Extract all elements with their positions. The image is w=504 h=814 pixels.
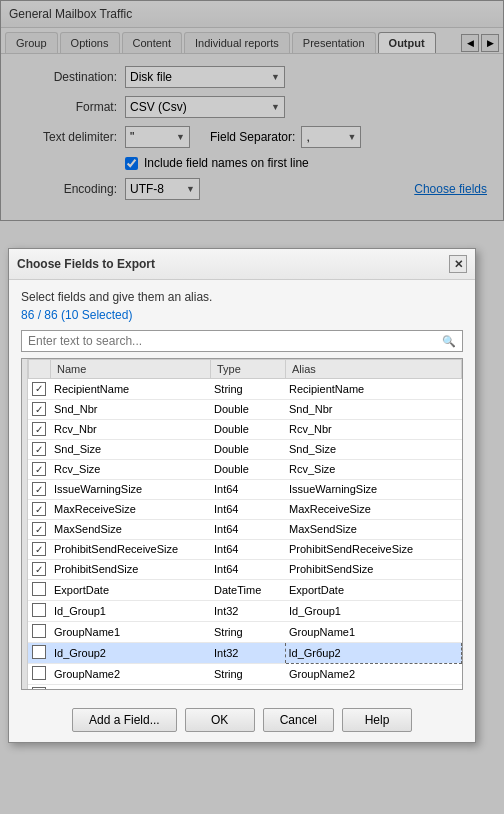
- row-alias: GroupName1: [285, 621, 462, 642]
- table-row[interactable]: Id_Group2Int32Id_Grбup2: [28, 642, 462, 663]
- row-alias: IssueWarningSize: [285, 479, 462, 499]
- row-alias: Rcv_Nbr: [285, 419, 462, 439]
- row-checkbox-cell[interactable]: [28, 684, 50, 689]
- table-row[interactable]: MaxSendSizeInt64MaxSendSize: [28, 519, 462, 539]
- dialog-title: Choose Fields to Export: [17, 257, 155, 271]
- dialog-title-bar: Choose Fields to Export ✕: [9, 249, 475, 280]
- row-type: Int32: [210, 642, 285, 663]
- row-alias: Id_Grбup2: [285, 642, 462, 663]
- row-checkbox-cell[interactable]: [28, 642, 50, 663]
- row-checkbox[interactable]: [32, 645, 46, 659]
- cancel-button[interactable]: Cancel: [263, 708, 334, 732]
- table-row[interactable]: Rcv_NbrDoubleRcv_Nbr: [28, 419, 462, 439]
- row-name: ProhibitSendSize: [50, 559, 210, 579]
- table-row[interactable]: Id_Group3Int32Id_Group3: [28, 684, 462, 689]
- row-type: String: [210, 379, 285, 399]
- field-table-container: Name Type Alias: [21, 358, 463, 690]
- row-checkbox[interactable]: [32, 422, 46, 436]
- row-checkbox-cell[interactable]: [28, 479, 50, 499]
- row-name: Id_Group3: [50, 684, 210, 689]
- count-value: 86 / 86: [21, 308, 58, 322]
- col-header-check: [29, 360, 51, 379]
- row-name: RecipientName: [50, 379, 210, 399]
- dialog-body: Select fields and give them an alias. 86…: [9, 280, 475, 700]
- row-checkbox-cell[interactable]: [28, 459, 50, 479]
- table-row[interactable]: ProhibitSendReceiveSizeInt64ProhibitSend…: [28, 539, 462, 559]
- row-name: GroupName1: [50, 621, 210, 642]
- row-checkbox[interactable]: [32, 687, 46, 690]
- table-row[interactable]: RecipientNameStringRecipientName: [28, 379, 462, 399]
- row-checkbox[interactable]: [32, 502, 46, 516]
- row-alias: ProhibitSendSize: [285, 559, 462, 579]
- row-alias: RecipientName: [285, 379, 462, 399]
- row-alias: ProhibitSendReceiveSize: [285, 539, 462, 559]
- dialog-description: Select fields and give them an alias.: [21, 290, 463, 304]
- table-row[interactable]: Snd_NbrDoubleSnd_Nbr: [28, 399, 462, 419]
- row-name: Id_Group1: [50, 600, 210, 621]
- table-row[interactable]: IssueWarningSizeInt64IssueWarningSize: [28, 479, 462, 499]
- row-checkbox[interactable]: [32, 462, 46, 476]
- row-checkbox-cell[interactable]: [28, 439, 50, 459]
- row-alias: MaxSendSize: [285, 519, 462, 539]
- table-row[interactable]: Rcv_SizeDoubleRcv_Size: [28, 459, 462, 479]
- row-type: Int64: [210, 499, 285, 519]
- row-type: Double: [210, 399, 285, 419]
- row-checkbox-cell[interactable]: [28, 600, 50, 621]
- table-row[interactable]: GroupName1StringGroupName1: [28, 621, 462, 642]
- row-name: IssueWarningSize: [50, 479, 210, 499]
- row-checkbox[interactable]: [32, 382, 46, 396]
- col-header-type: Type: [211, 360, 286, 379]
- row-checkbox[interactable]: [32, 666, 46, 680]
- row-alias: Snd_Nbr: [285, 399, 462, 419]
- row-checkbox[interactable]: [32, 442, 46, 456]
- row-checkbox[interactable]: [32, 522, 46, 536]
- row-name: ExportDate: [50, 579, 210, 600]
- search-input[interactable]: [28, 334, 442, 348]
- row-alias: GroupName2: [285, 663, 462, 684]
- ok-button[interactable]: OK: [185, 708, 255, 732]
- row-checkbox[interactable]: [32, 582, 46, 596]
- field-table-body: RecipientNameStringRecipientNameSnd_NbrD…: [28, 379, 462, 689]
- table-row[interactable]: ProhibitSendSizeInt64ProhibitSendSize: [28, 559, 462, 579]
- row-type: Int32: [210, 684, 285, 689]
- table-row[interactable]: Id_Group1Int32Id_Group1: [28, 600, 462, 621]
- table-row[interactable]: ExportDateDateTimeExportDate: [28, 579, 462, 600]
- selected-count: (10 Selected): [61, 308, 132, 322]
- table-row[interactable]: Snd_SizeDoubleSnd_Size: [28, 439, 462, 459]
- row-checkbox[interactable]: [32, 542, 46, 556]
- row-checkbox-cell[interactable]: [28, 663, 50, 684]
- row-checkbox[interactable]: [32, 402, 46, 416]
- row-checkbox-cell[interactable]: [28, 621, 50, 642]
- row-type: Int64: [210, 479, 285, 499]
- row-checkbox-cell[interactable]: [28, 519, 50, 539]
- row-checkbox-cell[interactable]: [28, 499, 50, 519]
- col-header-name: Name: [51, 360, 211, 379]
- row-name: Snd_Size: [50, 439, 210, 459]
- field-rows-scroll[interactable]: RecipientNameStringRecipientNameSnd_NbrD…: [28, 379, 462, 689]
- row-checkbox[interactable]: [32, 562, 46, 576]
- help-button[interactable]: Help: [342, 708, 412, 732]
- row-checkbox-cell[interactable]: [28, 399, 50, 419]
- row-type: String: [210, 663, 285, 684]
- row-checkbox-cell[interactable]: [28, 379, 50, 399]
- row-type: String: [210, 621, 285, 642]
- row-type: DateTime: [210, 579, 285, 600]
- row-checkbox[interactable]: [32, 603, 46, 617]
- table-row[interactable]: MaxReceiveSizeInt64MaxReceiveSize: [28, 499, 462, 519]
- dialog-footer: Add a Field... OK Cancel Help: [9, 700, 475, 742]
- add-field-button[interactable]: Add a Field...: [72, 708, 177, 732]
- row-alias: Snd_Size: [285, 439, 462, 459]
- row-checkbox-cell[interactable]: [28, 539, 50, 559]
- table-row[interactable]: GroupName2StringGroupName2: [28, 663, 462, 684]
- row-alias: Id_Group3: [285, 684, 462, 689]
- row-checkbox[interactable]: [32, 624, 46, 638]
- dialog-close-button[interactable]: ✕: [449, 255, 467, 273]
- row-checkbox-cell[interactable]: [28, 419, 50, 439]
- row-checkbox[interactable]: [32, 482, 46, 496]
- row-name: Id_Group2: [50, 642, 210, 663]
- row-type: Double: [210, 439, 285, 459]
- row-alias: Id_Group1: [285, 600, 462, 621]
- row-type: Int64: [210, 559, 285, 579]
- row-checkbox-cell[interactable]: [28, 579, 50, 600]
- row-checkbox-cell[interactable]: [28, 559, 50, 579]
